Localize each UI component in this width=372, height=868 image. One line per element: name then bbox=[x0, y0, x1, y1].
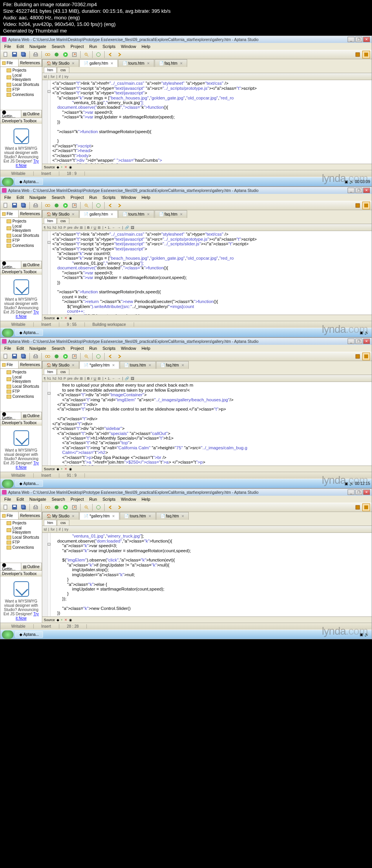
editor-tab[interactable]: 📄 gallery.htm✕ bbox=[79, 210, 118, 218]
menu-edit[interactable]: Edit bbox=[14, 194, 26, 200]
maximize-button[interactable]: ❐ bbox=[355, 37, 362, 42]
menu-search[interactable]: Search bbox=[49, 345, 67, 351]
file-tab[interactable]: File bbox=[0, 59, 19, 67]
external-button[interactable] bbox=[71, 202, 78, 209]
editor-tab[interactable]: 📄 tours.htm✕ bbox=[118, 59, 154, 67]
file-tab[interactable]: File bbox=[0, 361, 19, 368]
menu-help[interactable]: Help bbox=[139, 43, 153, 50]
task-aptana[interactable]: ◆ Aptana... bbox=[15, 480, 43, 487]
close-button[interactable]: ✕ bbox=[363, 490, 370, 495]
run-button[interactable] bbox=[62, 353, 69, 360]
snippet-td[interactable]: td bbox=[44, 527, 47, 531]
maximize-button[interactable]: ❐ bbox=[355, 490, 362, 495]
tree-item[interactable]: FTP bbox=[1, 389, 41, 394]
menu-file[interactable]: File bbox=[2, 43, 14, 50]
run-button[interactable] bbox=[62, 202, 69, 209]
try-now-link[interactable]: Try it Now bbox=[16, 461, 39, 469]
task-aptana[interactable]: ◆ Aptana... bbox=[15, 329, 43, 336]
code-editor[interactable]: - <"a">class="t">link "a">href="../_css/… bbox=[42, 80, 372, 164]
menu-file[interactable]: File bbox=[2, 345, 14, 351]
external-button[interactable] bbox=[71, 503, 78, 511]
code-editor[interactable]: - "ventura_01.jpg","winery_truck.jpg"]; … bbox=[42, 533, 372, 616]
tree-item[interactable]: Projects bbox=[1, 370, 41, 375]
save-button[interactable] bbox=[11, 353, 19, 360]
debug-button[interactable] bbox=[53, 353, 60, 360]
editor-tab[interactable]: 📄 gallery.htm✕ bbox=[79, 59, 118, 67]
menu-window[interactable]: Window bbox=[119, 345, 138, 351]
htm-subtab[interactable]: htm bbox=[44, 67, 57, 73]
editor-tab[interactable]: 🏠 My Studio✕ bbox=[42, 512, 79, 520]
menu-navigate[interactable]: Navigate bbox=[27, 345, 48, 351]
menu-search[interactable]: Search bbox=[49, 43, 67, 50]
css-subtab[interactable]: css bbox=[57, 67, 69, 73]
start-button[interactable] bbox=[2, 630, 14, 639]
perspective-button[interactable] bbox=[354, 353, 362, 360]
getting-started-tab[interactable]: ⬤ Gettin... bbox=[0, 110, 21, 118]
tree-item[interactable]: Projects bbox=[1, 68, 41, 73]
search-button[interactable] bbox=[83, 503, 90, 511]
menu-run[interactable]: Run bbox=[87, 496, 99, 502]
menu-edit[interactable]: Edit bbox=[14, 496, 26, 502]
menu-scripts[interactable]: Scripts bbox=[100, 194, 118, 200]
editor-tab[interactable]: 📄 faq.htm✕ bbox=[155, 59, 187, 67]
getting-started-tab[interactable]: ⬤ Gettin... bbox=[0, 412, 21, 419]
menu-run[interactable]: Run bbox=[87, 345, 99, 351]
save-all-button[interactable] bbox=[20, 353, 28, 360]
menu-project[interactable]: Project bbox=[68, 43, 86, 50]
titlebar[interactable]: Aptana Web - C:\Users\Joe Marini\Desktop… bbox=[0, 36, 372, 43]
link-button[interactable] bbox=[44, 503, 52, 511]
start-button[interactable] bbox=[2, 479, 14, 488]
snippet-td[interactable]: td bbox=[44, 75, 47, 79]
tree-item[interactable]: FTP bbox=[1, 238, 41, 243]
titlebar[interactable]: Aptana Web - C:\Users\Joe Marini\Desktop… bbox=[0, 187, 372, 194]
references-tab[interactable]: References bbox=[19, 210, 42, 217]
outline-tab[interactable]: ▤ Outline bbox=[21, 110, 42, 118]
tree-item[interactable]: Projects bbox=[1, 219, 41, 224]
source-tab[interactable]: Source bbox=[44, 316, 55, 320]
menu-file[interactable]: File bbox=[2, 496, 14, 502]
print-button[interactable] bbox=[32, 503, 40, 511]
menu-project[interactable]: Project bbox=[68, 496, 86, 502]
snippet-for[interactable]: for bbox=[51, 75, 55, 79]
tree-item[interactable]: Connections bbox=[1, 92, 41, 97]
try-now-link[interactable]: Try it Now bbox=[16, 612, 39, 620]
snippet-if[interactable]: if bbox=[59, 527, 61, 531]
run-button[interactable] bbox=[62, 503, 69, 511]
debug-button[interactable] bbox=[53, 51, 60, 58]
tree-item[interactable]: Local Filesystem bbox=[1, 526, 41, 535]
menu-search[interactable]: Search bbox=[49, 194, 67, 200]
menu-edit[interactable]: Edit bbox=[14, 345, 26, 351]
run-button[interactable] bbox=[62, 51, 69, 58]
nav-back-button[interactable] bbox=[107, 503, 114, 511]
tree-item[interactable]: Local Shortcuts bbox=[1, 535, 41, 540]
css-subtab[interactable]: css bbox=[57, 520, 69, 526]
save-all-button[interactable] bbox=[20, 202, 28, 209]
print-button[interactable] bbox=[32, 51, 40, 58]
minimize-button[interactable]: _ bbox=[348, 188, 355, 193]
editor-tab[interactable]: 📄 tours.htm✕ bbox=[120, 361, 155, 369]
project-tree[interactable]: ProjectsLocal FilesystemLocal ShortcutsF… bbox=[0, 369, 42, 412]
tree-item[interactable]: FTP bbox=[1, 87, 41, 92]
link-button[interactable] bbox=[44, 202, 52, 209]
menu-search[interactable]: Search bbox=[49, 496, 67, 502]
search-button[interactable] bbox=[83, 353, 90, 360]
nav-back-button[interactable] bbox=[107, 353, 114, 360]
menu-scripts[interactable]: Scripts bbox=[100, 345, 118, 351]
references-tab[interactable]: References bbox=[19, 512, 42, 519]
save-all-button[interactable] bbox=[20, 503, 28, 511]
file-tab[interactable]: File bbox=[0, 210, 19, 217]
menu-project[interactable]: Project bbox=[68, 345, 86, 351]
maximize-button[interactable]: ❐ bbox=[355, 188, 362, 193]
menu-scripts[interactable]: Scripts bbox=[100, 496, 118, 502]
editor-tab[interactable]: 📄 faq.htm✕ bbox=[156, 512, 189, 520]
references-tab[interactable]: References bbox=[19, 59, 42, 67]
htm-subtab[interactable]: htm bbox=[44, 218, 57, 224]
references-tab[interactable]: References bbox=[19, 361, 42, 368]
snippet-if[interactable]: if bbox=[59, 75, 61, 79]
close-button[interactable]: ✕ bbox=[363, 339, 370, 344]
editor-tab[interactable]: 🏠 My Studio✕ bbox=[42, 59, 79, 67]
menu-help[interactable]: Help bbox=[139, 194, 153, 200]
menu-project[interactable]: Project bbox=[68, 194, 86, 200]
minimize-button[interactable]: _ bbox=[348, 339, 355, 344]
source-tab[interactable]: Source bbox=[44, 618, 55, 622]
